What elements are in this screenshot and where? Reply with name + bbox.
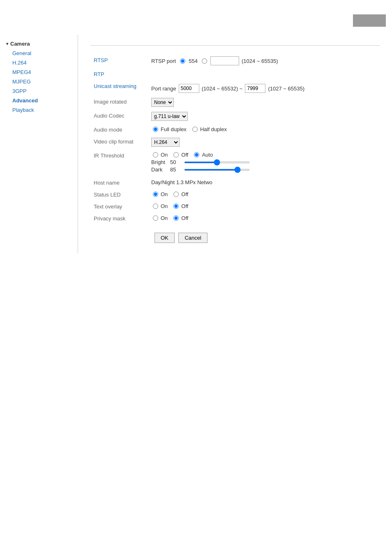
ok-button[interactable]: OK — [154, 233, 175, 243]
text-overlay-row: Text overlay On Off — [90, 200, 380, 212]
text-overlay-off-label[interactable]: Off — [181, 203, 188, 209]
port-range-controls: Port range (1024 ~ 65532) ~ (1027 ~ 6553… — [151, 84, 376, 93]
rtsp-label: RTSP — [94, 57, 108, 63]
status-led-on-label[interactable]: On — [161, 191, 168, 197]
host-name-value: Day/Night 1.3 MPx Netwo — [151, 179, 212, 185]
audio-mode-label: Audio mode — [94, 127, 122, 133]
audio-mode-full-radio[interactable] — [153, 127, 158, 132]
dark-slider[interactable] — [184, 169, 250, 171]
privacy-mask-group: On Off — [151, 215, 376, 221]
rtp-row: RTP — [90, 68, 380, 80]
video-clip-select[interactable]: H.264 MPEG4 MJPEG — [151, 138, 180, 147]
rtsp-controls: RTSP port 554 (1024 ~ 65535) — [151, 56, 376, 65]
dark-label: Dark — [151, 166, 168, 173]
audio-mode-group: Full duplex Half duplex — [151, 126, 376, 132]
unicast-label: Unicast streaming — [94, 83, 136, 89]
sidebar-item-3gpp[interactable]: 3GPP — [0, 86, 78, 96]
ir-threshold-group: On Off Auto — [151, 152, 376, 158]
rtsp-port-label: RTSP port — [151, 58, 176, 64]
privacy-mask-on-radio[interactable] — [153, 215, 158, 221]
rtsp-port-radio-fixed[interactable] — [180, 58, 185, 64]
main-container: ▾ Camera General H.264 MPEG4 MJPEG 3GPP … — [0, 31, 392, 258]
status-led-off-label[interactable]: Off — [181, 191, 188, 197]
rtsp-port-range: (1024 ~ 65535) — [242, 58, 278, 64]
port-range-end-input[interactable] — [245, 84, 265, 93]
bright-slider-container: Bright 50 — [151, 159, 376, 165]
audio-codec-label: Audio Codec — [94, 113, 124, 119]
content-area: RTSP RTSP port 554 (1024 ~ 65535) — [78, 35, 392, 254]
privacy-mask-row: Privacy mask On Off — [90, 212, 380, 224]
audio-mode-row: Audio mode Full duplex Half duplex — [90, 123, 380, 135]
rtp-label: RTP — [94, 71, 104, 77]
audio-mode-full-label[interactable]: Full duplex — [161, 126, 187, 132]
dark-value: 85 — [170, 166, 182, 173]
port-range-label: Port range — [151, 86, 176, 92]
privacy-mask-label: Privacy mask — [94, 215, 125, 222]
ir-threshold-label: IR Threshold — [94, 153, 124, 159]
privacy-mask-off-radio[interactable] — [173, 215, 179, 221]
status-led-row: Status LED On Off — [90, 188, 380, 200]
status-led-off-radio[interactable] — [173, 192, 179, 197]
top-bar — [0, 0, 392, 31]
ir-threshold-row: IR Threshold On Off Auto Bright — [90, 149, 380, 176]
ir-on-radio[interactable] — [153, 152, 158, 157]
port-range-end-hint: (1027 ~ 65535) — [268, 86, 304, 92]
image-rotated-row: Image rotated None 90° 180° 270° — [90, 95, 380, 109]
sidebar-item-mjpeg[interactable]: MJPEG — [0, 77, 78, 86]
video-clip-row: Video clip format H.264 MPEG4 MJPEG — [90, 135, 380, 149]
status-led-on-radio[interactable] — [153, 192, 158, 197]
sidebar-item-h264[interactable]: H.264 — [0, 58, 78, 67]
text-overlay-label: Text overlay — [94, 204, 122, 210]
cancel-button[interactable]: Cancel — [178, 233, 207, 243]
ir-auto-radio[interactable] — [194, 152, 199, 157]
port-range-start-hint: (1024 ~ 65532) ~ — [202, 86, 243, 92]
sidebar-item-mpeg4[interactable]: MPEG4 — [0, 67, 78, 77]
status-led-label: Status LED — [94, 192, 121, 198]
buttons-row: OK Cancel — [90, 224, 380, 245]
image-rotated-select[interactable]: None 90° 180° 270° — [151, 98, 174, 107]
rtsp-port-radio-custom[interactable] — [202, 58, 207, 64]
rtsp-port-input[interactable] — [210, 56, 239, 65]
top-divider — [90, 45, 380, 46]
ir-off-radio[interactable] — [173, 152, 179, 157]
video-clip-label: Video clip format — [94, 139, 134, 145]
camera-arrow-icon: ▾ — [6, 42, 8, 46]
sidebar-item-advanced[interactable]: Advanced — [0, 96, 78, 105]
bright-label: Bright — [151, 159, 168, 165]
sidebar-item-playback[interactable]: Playback — [0, 105, 78, 115]
sidebar: ▾ Camera General H.264 MPEG4 MJPEG 3GPP … — [0, 35, 78, 254]
rtsp-row: RTSP RTSP port 554 (1024 ~ 65535) — [90, 54, 380, 68]
rtsp-port-value: 554 — [189, 58, 198, 64]
audio-codec-select[interactable]: g.711 u-law g.711 a-law g.726 — [151, 112, 188, 121]
host-name-row: Host name Day/Night 1.3 MPx Netwo — [90, 176, 380, 188]
audio-mode-half-label[interactable]: Half duplex — [200, 126, 227, 132]
text-overlay-on-radio[interactable] — [153, 204, 158, 209]
audio-mode-half-radio[interactable] — [192, 127, 198, 132]
bright-slider[interactable] — [184, 162, 250, 163]
unicast-row: Unicast streaming Port range (1024 ~ 655… — [90, 80, 380, 95]
sidebar-item-general[interactable]: General — [0, 49, 78, 58]
bright-value: 50 — [170, 159, 182, 165]
ir-on-label[interactable]: On — [161, 152, 168, 158]
audio-codec-row: Audio Codec g.711 u-law g.711 a-law g.72… — [90, 109, 380, 123]
privacy-mask-off-label[interactable]: Off — [181, 215, 188, 221]
ir-auto-label[interactable]: Auto — [202, 152, 213, 158]
status-led-group: On Off — [151, 191, 376, 197]
text-overlay-on-label[interactable]: On — [161, 203, 168, 209]
port-range-start-input[interactable] — [179, 84, 199, 93]
image-rotated-label: Image rotated — [94, 99, 127, 105]
text-overlay-off-radio[interactable] — [173, 204, 179, 209]
text-overlay-group: On Off — [151, 203, 376, 209]
top-bar-block — [353, 14, 386, 27]
ir-off-label[interactable]: Off — [181, 152, 188, 158]
sidebar-camera-section: ▾ Camera — [0, 39, 78, 49]
privacy-mask-on-label[interactable]: On — [161, 215, 168, 221]
settings-table: RTSP RTSP port 554 (1024 ~ 65535) — [90, 54, 380, 245]
sidebar-camera-label: Camera — [10, 41, 30, 47]
dark-slider-container: Dark 85 — [151, 166, 376, 173]
form-buttons: OK Cancel — [151, 233, 376, 243]
host-name-label: Host name — [94, 180, 120, 186]
